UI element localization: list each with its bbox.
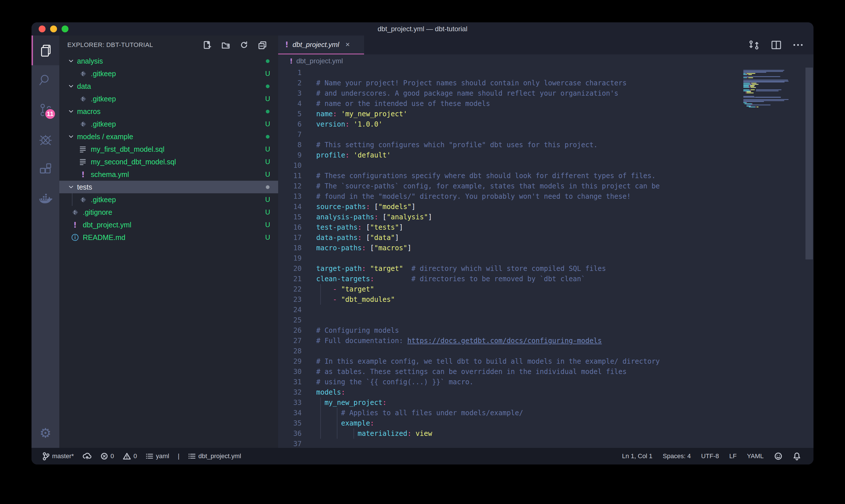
indent-guide — [337, 408, 338, 439]
activity-item-settings[interactable]: ⚙ — [32, 418, 59, 448]
new-file-button[interactable] — [203, 41, 212, 49]
code-line-23: - "dbt_modules" — [316, 294, 660, 305]
gear-icon: ⚙ — [39, 425, 51, 441]
code-line-34: # Applies to all files under models/exam… — [316, 408, 660, 418]
status-linter-file[interactable]: dbt_project.yml — [188, 452, 241, 460]
status-feedback[interactable] — [774, 452, 783, 461]
line-number: 31 — [278, 377, 302, 387]
yaml-warning-icon: ! — [290, 57, 293, 65]
tree-item-macros[interactable]: macros — [59, 105, 278, 118]
line-number: 34 — [278, 408, 302, 418]
status-encoding-label: UTF-8 — [701, 452, 719, 460]
tree-item-models-example[interactable]: models / example — [59, 130, 278, 143]
git-untracked-badge: U — [265, 70, 270, 78]
line-number-gutter: 1234567891011121314151617181920212223242… — [278, 68, 302, 449]
new-folder-button[interactable] — [221, 41, 230, 49]
tree-item-readme-md[interactable]: README.mdU — [59, 231, 278, 244]
activity-item-explorer[interactable] — [32, 36, 59, 65]
line-number: 29 — [278, 356, 302, 366]
minimap-line — [743, 83, 794, 84]
activity-item-source-control[interactable]: 11 — [32, 95, 59, 125]
error-icon — [100, 452, 108, 460]
line-number: 16 — [278, 222, 302, 233]
branch-icon — [42, 452, 50, 461]
status-separator-label: | — [178, 452, 180, 460]
status-cursor-position[interactable]: Ln 1, Col 1 — [622, 452, 652, 460]
explorer-title: EXPLORER: DBT-TUTORIAL — [67, 36, 153, 54]
tree-item-my-second-dbt-model-sql[interactable]: my_second_dbt_model.sqlU — [59, 156, 278, 168]
status-language-mode[interactable]: YAML — [747, 452, 763, 460]
tab-bar: ! dbt_project.yml × — [278, 36, 813, 54]
cloud-upload-icon — [83, 452, 92, 460]
line-number: 26 — [278, 325, 302, 336]
editor-scrollbar[interactable] — [806, 68, 813, 259]
code-line-26: # Configuring models — [316, 325, 660, 336]
line-number: 21 — [278, 274, 302, 284]
split-editor-button[interactable] — [771, 40, 781, 50]
line-number: 27 — [278, 336, 302, 346]
activity-item-search[interactable] — [32, 65, 59, 95]
tree-item-tests[interactable]: tests — [59, 181, 278, 193]
window-title: dbt_project.yml — dbt-tutorial — [32, 22, 813, 36]
collapse-all-button[interactable] — [258, 41, 267, 49]
git-untracked-badge: U — [265, 120, 270, 128]
status-indentation[interactable]: Spaces: 4 — [663, 452, 691, 460]
tab-close-icon[interactable]: × — [345, 40, 350, 49]
line-number: 19 — [278, 253, 302, 264]
status-notifications[interactable] — [793, 452, 801, 461]
line-number: 28 — [278, 346, 302, 356]
line-number: 12 — [278, 181, 302, 191]
file-label: .gitkeep — [91, 70, 116, 78]
tab-label: dbt_project.yml — [292, 41, 339, 49]
code-line-13: # found in the "models/" directory. You … — [316, 191, 660, 202]
activity-item-docker[interactable] — [32, 184, 59, 214]
activity-item-debug[interactable] — [32, 125, 59, 155]
tree-item--gitignore[interactable]: .gitignoreU — [59, 206, 278, 218]
folder-label: tests — [77, 183, 92, 191]
yaml-warning-icon: ! — [285, 40, 288, 49]
explorer-header: EXPLORER: DBT-TUTORIAL — [59, 36, 278, 54]
tree-item-dbt-project-yml[interactable]: !dbt_project.ymlU — [59, 218, 278, 231]
minimap-line — [743, 76, 794, 77]
activity-item-extensions[interactable] — [32, 155, 59, 184]
line-number: 18 — [278, 243, 302, 253]
file-label: my_first_dbt_model.sql — [91, 145, 164, 154]
line-number: 14 — [278, 202, 302, 212]
tree-item-schema-yml[interactable]: !schema.ymlU — [59, 168, 278, 181]
minimap-line — [743, 72, 794, 73]
file-label: .gitkeep — [91, 95, 116, 103]
status-sync[interactable] — [83, 452, 92, 460]
tree-item--gitkeep[interactable]: .gitkeepU — [59, 92, 278, 105]
tree-item--gitkeep[interactable]: .gitkeepU — [59, 193, 278, 206]
line-number: 10 — [278, 160, 302, 171]
code-editor[interactable]: 1234567891011121314151617181920212223242… — [278, 68, 813, 448]
code-line-21: clean-targets: # directories to be remov… — [316, 274, 660, 284]
more-actions-button[interactable] — [793, 43, 803, 47]
git-status-dot — [266, 185, 270, 189]
status-eol-label: LF — [729, 452, 737, 460]
line-number: 5 — [278, 109, 302, 119]
breadcrumb[interactable]: ! dbt_project.yml — [278, 54, 813, 68]
tree-item--gitkeep[interactable]: .gitkeepU — [59, 118, 278, 130]
status-linter-yaml[interactable]: yaml — [145, 452, 169, 460]
status-warnings[interactable]: 0 — [123, 452, 137, 460]
git-status-dot — [266, 135, 270, 139]
tab-dbt-project-yml[interactable]: ! dbt_project.yml × — [278, 36, 364, 54]
minimap-line — [743, 99, 794, 100]
open-changes-button[interactable] — [748, 40, 760, 50]
tree-item--gitkeep[interactable]: .gitkeepU — [59, 67, 278, 80]
status-encoding[interactable]: UTF-8 — [701, 452, 719, 460]
tree-item-data[interactable]: data — [59, 80, 278, 92]
tree-item-my-first-dbt-model-sql[interactable]: my_first_dbt_model.sqlU — [59, 143, 278, 156]
line-number: 3 — [278, 88, 302, 98]
status-eol[interactable]: LF — [729, 452, 737, 460]
line-number: 17 — [278, 233, 302, 243]
line-number: 32 — [278, 387, 302, 397]
refresh-button[interactable] — [240, 41, 248, 49]
status-git-branch-label: master* — [52, 452, 74, 460]
code-line-16: test-paths: ["tests"] — [316, 222, 660, 233]
tree-item-analysis[interactable]: analysis — [59, 55, 278, 67]
status-git-branch[interactable]: master* — [42, 452, 74, 461]
minimap-line — [743, 73, 794, 74]
status-errors[interactable]: 0 — [100, 452, 114, 460]
